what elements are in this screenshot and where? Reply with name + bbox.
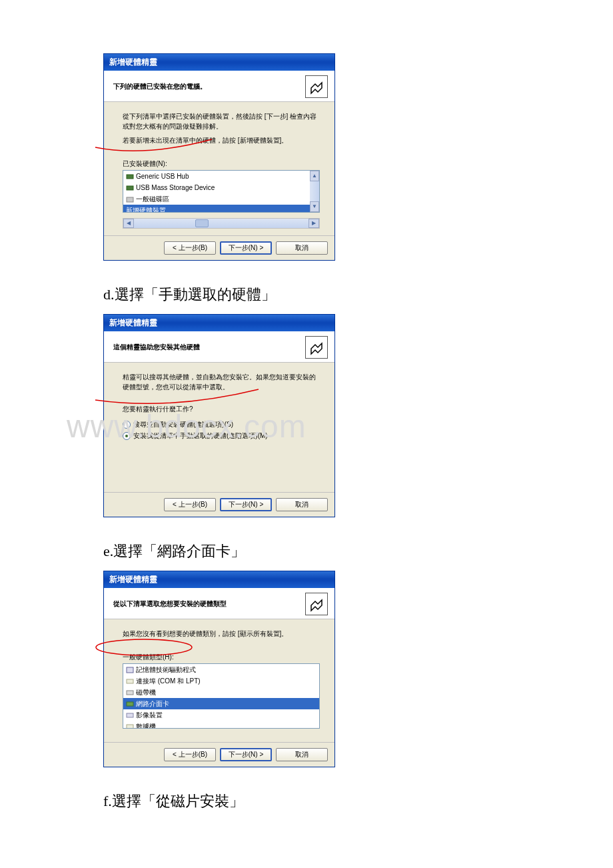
network-icon [126,700,134,708]
svg-rect-4 [127,679,133,683]
port-icon [126,677,134,685]
wizard-header: 下列的硬體已安裝在您的電腦。 [104,71,334,102]
installed-hardware-listbox[interactable]: Generic USB Hub USB Mass Storage Device … [123,170,320,213]
list-item[interactable]: 磁帶機 [123,687,319,698]
radio-manual-select[interactable]: 安裝我從清單中手動選取的硬體(進階選項)(M) [123,431,320,441]
list-item[interactable]: 記憶體技術驅動程式 [123,664,319,675]
cancel-button[interactable]: 取消 [276,498,328,511]
list-item-add-hardware[interactable]: 新增硬體裝置 [123,205,319,213]
list-item-label: 新增硬體裝置 [126,205,166,213]
wizard-header: 這個精靈協助您安裝其他硬體 [104,331,334,363]
list-item-label: 一般磁碟區 [136,194,169,204]
hardware-type-listbox[interactable]: 記憶體技術驅動程式 連接埠 (COM 和 LPT) 磁帶機 網路介面卡 影像裝置 [123,663,320,729]
list-item-label: Generic USB Hub [136,171,189,181]
hardware-icon [305,593,328,615]
wizard-footer: < 上一步(B) 下一步(N) > 取消 [104,492,334,517]
svg-rect-7 [127,713,133,717]
list-item-network-adapter[interactable]: 網路介面卡 [123,698,319,709]
list-item-label: 磁帶機 [136,687,156,697]
radio-label: 安裝我從清單中手動選取的硬體(進階選項)(M) [133,431,268,441]
svg-rect-3 [127,667,133,673]
scroll-down-icon[interactable]: ▼ [310,201,319,212]
wizard-body: 如果您沒有看到想要的硬體類別，請按 [顯示所有裝置]。 一般硬體類型(H): 記… [104,619,334,742]
back-button[interactable]: < 上一步(B) [164,498,216,511]
scroll-right-icon[interactable]: ▶ [308,219,319,228]
wizard-body: 精靈可以搜尋其他硬體，並自動為您安裝它。如果您知道要安裝的硬體型號，您也可以從清… [104,363,334,492]
instruction-1: 從下列清單中選擇已安裝的硬體裝置，然後請按 [下一步] 檢查內容或對您大概有的問… [123,111,320,131]
wizard-footer: < 上一步(B) 下一步(N) > 取消 [104,742,334,767]
scroll-up-icon[interactable]: ▲ [310,171,319,181]
next-button[interactable]: 下一步(N) > [220,241,272,255]
usb-icon [126,173,134,181]
svg-rect-1 [127,186,133,190]
imaging-icon [126,711,134,719]
list-item[interactable]: USB Mass Storage Device [123,182,319,193]
cancel-button[interactable]: 取消 [276,748,328,761]
header-text: 這個精靈協助您安裝其他硬體 [113,343,200,352]
next-button[interactable]: 下一步(N) > [220,748,272,761]
vertical-scrollbar[interactable]: ▲ ▼ [310,171,319,212]
hardware-icon [305,336,328,359]
wizard-header: 從以下清單選取您想要安裝的硬體類型 [104,588,334,619]
radio-auto-search[interactable]: 搜尋並自動安裝硬體(建議選項)(S) [123,419,320,429]
list-item-label: 連接埠 (COM 和 LPT) [136,676,201,686]
horizontal-scrollbar[interactable]: ◀ ▶ [123,218,320,229]
header-text: 下列的硬體已安裝在您的電腦。 [113,82,207,91]
list-item[interactable]: 一般磁碟區 [123,193,319,205]
header-text: 從以下清單選取您想要安裝的硬體類型 [113,599,227,609]
instruction-1: 精靈可以搜尋其他硬體，並自動為您安裝它。如果您知道要安裝的硬體型號，您也可以從清… [123,372,320,392]
list-item[interactable]: Generic USB Hub [123,171,319,182]
cancel-button[interactable]: 取消 [276,241,328,255]
next-button[interactable]: 下一步(N) > [220,498,272,511]
list-item-label: 記憶體技術驅動程式 [136,665,196,675]
titlebar: 新增硬體精靈 [104,54,334,71]
instruction-2: 若要新增未出現在清單中的硬體，請按 [新增硬體裝置]。 [123,135,320,145]
wizard-footer: < 上一步(B) 下一步(N) > 取消 [104,235,334,260]
wizard-body: 從下列清單中選擇已安裝的硬體裝置，然後請按 [下一步] 檢查內容或對您大概有的問… [104,102,334,235]
list-item[interactable]: 影像裝置 [123,709,319,721]
tape-icon [126,689,134,697]
radio-label: 搜尋並自動安裝硬體(建議選項)(S) [133,419,233,429]
back-button[interactable]: < 上一步(B) [164,241,216,255]
svg-rect-2 [127,197,133,202]
svg-rect-6 [127,702,133,706]
caption-e: e.選擇「網路介面卡」 [103,541,510,561]
radio-icon [123,432,131,440]
caption-f: f.選擇「從磁片安裝」 [103,791,510,811]
titlebar: 新增硬體精靈 [104,315,334,331]
list-label: 一般硬體類型(H): [123,652,320,662]
question-label: 您要精靈執行什麼工作? [123,404,320,414]
wizard-select-hardware-type: 新增硬體精靈 從以下清單選取您想要安裝的硬體類型 如果您沒有看到想要的硬體類別，… [103,571,335,767]
svg-rect-0 [127,175,133,179]
radio-icon [123,421,131,429]
titlebar: 新增硬體精靈 [104,571,334,588]
usb-icon [126,184,134,192]
wizard-install-other-hardware: 新增硬體精靈 這個精靈協助您安裝其他硬體 精靈可以搜尋其他硬體，並自動為您安裝它… [103,314,335,517]
svg-rect-8 [127,725,133,729]
modem-icon [126,723,134,729]
list-item-label: 網路介面卡 [136,699,169,709]
list-item[interactable]: 連接埠 (COM 和 LPT) [123,675,319,687]
disk-icon [126,195,134,203]
wizard-installed-hardware: 新增硬體精靈 下列的硬體已安裝在您的電腦。 從下列清單中選擇已安裝的硬體裝置，然… [103,53,335,261]
back-button[interactable]: < 上一步(B) [164,748,216,761]
instruction-1: 如果您沒有看到想要的硬體類別，請按 [顯示所有裝置]。 [123,629,320,639]
scroll-left-icon[interactable]: ◀ [123,219,134,228]
svg-rect-5 [127,691,133,695]
list-item-label: 影像裝置 [136,710,163,720]
list-item[interactable]: 數據機 [123,721,319,729]
list-item-label: 數據機 [136,721,156,729]
hardware-icon [305,75,328,98]
list-label: 已安裝硬體(N): [123,159,320,169]
memory-icon [126,666,134,674]
caption-d: d.選擇「手動選取的硬體」 [103,285,510,305]
list-item-label: USB Mass Storage Device [136,183,215,193]
